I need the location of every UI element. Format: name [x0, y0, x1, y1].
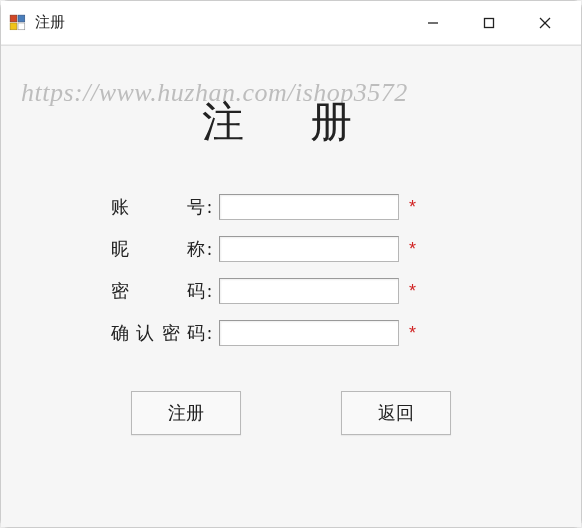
input-password[interactable]: [219, 278, 399, 304]
label-password: 密码: [111, 279, 207, 303]
window-controls: [405, 1, 573, 44]
close-icon: [538, 16, 552, 30]
colon: :: [207, 197, 219, 218]
row-nickname: 昵称 : *: [111, 228, 471, 270]
back-button[interactable]: 返回: [341, 391, 451, 435]
app-window: 注册 https://www.huzhan.com/ishop3572 注 册 …: [0, 0, 582, 528]
required-asterisk: *: [409, 239, 416, 260]
colon: :: [207, 323, 219, 344]
required-asterisk: *: [409, 281, 416, 302]
input-username[interactable]: [219, 194, 399, 220]
svg-rect-0: [10, 15, 17, 22]
label-confirm-password: 确认密码: [111, 321, 207, 345]
label-username: 账号: [111, 195, 207, 219]
client-area: https://www.huzhan.com/ishop3572 注 册 账号 …: [1, 45, 581, 527]
minimize-button[interactable]: [405, 1, 461, 44]
minimize-icon: [426, 16, 440, 30]
svg-rect-5: [485, 18, 494, 27]
titlebar: 注册: [1, 1, 581, 45]
row-username: 账号 : *: [111, 186, 471, 228]
input-nickname[interactable]: [219, 236, 399, 262]
button-row: 注册 返回: [131, 391, 451, 435]
label-nickname: 昵称: [111, 237, 207, 261]
register-button[interactable]: 注册: [131, 391, 241, 435]
window-title: 注册: [35, 13, 65, 32]
svg-rect-2: [10, 23, 17, 30]
row-password: 密码 : *: [111, 270, 471, 312]
maximize-icon: [482, 16, 496, 30]
close-button[interactable]: [517, 1, 573, 44]
app-icon: [9, 14, 27, 32]
maximize-button[interactable]: [461, 1, 517, 44]
svg-rect-1: [18, 15, 25, 22]
colon: :: [207, 239, 219, 260]
registration-form: 账号 : * 昵称 : * 密码 : * 确认密码 : *: [111, 186, 471, 354]
svg-rect-3: [18, 23, 25, 30]
page-heading: 注 册: [1, 94, 581, 150]
required-asterisk: *: [409, 323, 416, 344]
required-asterisk: *: [409, 197, 416, 218]
row-confirm-password: 确认密码 : *: [111, 312, 471, 354]
input-confirm-password[interactable]: [219, 320, 399, 346]
colon: :: [207, 281, 219, 302]
